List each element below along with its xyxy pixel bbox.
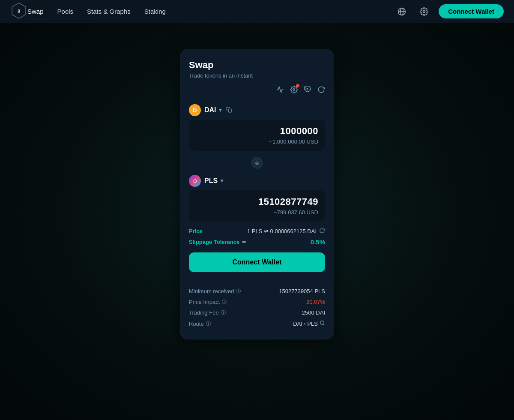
minimum-received-label: Minimum received ⓘ: [189, 288, 241, 294]
trading-fee-row: Trading Fee ⓘ 2500 DAI: [189, 309, 325, 316]
swap-card: Swap Trade tokens in an instant: [180, 49, 334, 339]
settings-swap-icon[interactable]: [290, 86, 298, 96]
history-icon[interactable]: [304, 86, 311, 96]
minimum-received-value: 15027739054 PLS: [279, 288, 325, 294]
from-amount-usd: ~1.000.000,00 USD: [196, 138, 318, 145]
price-row: Price 1 PLS ⇌ 0.0000662125 DAI: [189, 228, 325, 235]
nav-swap[interactable]: Swap: [27, 8, 44, 15]
trading-fee-value: 2500 DAI: [302, 309, 325, 316]
settings-icon-button[interactable]: [416, 4, 432, 19]
price-label: Price: [189, 228, 203, 234]
price-text: 1 PLS ⇌ 0.0000662125 DAI: [247, 228, 317, 234]
route-path-text: DAI › PLS: [293, 321, 318, 327]
from-token-row: D DAI ▼: [189, 104, 325, 116]
slippage-edit-icon[interactable]: ✏: [242, 239, 246, 245]
price-impact-info-icon[interactable]: ⓘ: [222, 299, 227, 305]
swap-details: Minimum received ⓘ 15027739054 PLS Price…: [189, 281, 325, 327]
slippage-label: Slippage Tolerance ✏: [189, 239, 246, 245]
trading-fee-info-icon[interactable]: ⓘ: [221, 309, 226, 316]
gear-icon: [420, 7, 428, 16]
route-info-icon[interactable]: ⓘ: [206, 321, 211, 327]
svg-point-9: [320, 321, 324, 325]
svg-text:9: 9: [18, 9, 20, 14]
swap-direction-button[interactable]: [250, 156, 264, 170]
dai-token-icon: D: [189, 104, 201, 116]
trading-fee-label: Trading Fee ⓘ: [189, 309, 226, 316]
route-search-icon[interactable]: [320, 320, 325, 327]
chart-icon[interactable]: [276, 86, 284, 96]
trading-fee-label-text: Trading Fee: [189, 309, 219, 316]
price-impact-row: Price Impact ⓘ 20.07%: [189, 299, 325, 305]
to-token-chevron: ▼: [219, 178, 224, 184]
from-amount-value: 1000000: [196, 126, 318, 137]
svg-rect-7: [229, 109, 232, 112]
route-label: Route ⓘ: [189, 321, 211, 327]
from-amount-box[interactable]: 1000000 ~1.000.000,00 USD: [189, 120, 325, 151]
slippage-row: Slippage Tolerance ✏ 0.5%: [189, 238, 325, 246]
copy-address-icon[interactable]: [226, 107, 232, 114]
connect-wallet-main-button[interactable]: Connect Wallet: [189, 252, 325, 272]
refresh-icon[interactable]: [317, 86, 325, 96]
to-token-symbol: PLS: [204, 177, 218, 185]
route-row: Route ⓘ DAI › PLS: [189, 320, 325, 327]
logo[interactable]: 9: [10, 2, 27, 21]
from-token-selector[interactable]: DAI ▼: [204, 106, 223, 114]
swap-direction-container: [189, 156, 325, 170]
slippage-label-text: Slippage Tolerance: [189, 239, 239, 245]
price-refresh-icon[interactable]: [319, 228, 325, 235]
pls-token-icon: ⬡: [189, 175, 201, 187]
route-value: DAI › PLS: [293, 320, 325, 327]
to-amount-usd: ~799.037,60 USD: [196, 209, 318, 216]
price-impact-value: 20.07%: [306, 299, 325, 305]
minimum-received-label-text: Minimum received: [189, 288, 234, 294]
from-token-symbol: DAI: [204, 106, 216, 114]
to-token-selector[interactable]: PLS ▼: [204, 177, 224, 185]
slippage-value: 0.5%: [311, 238, 325, 246]
swap-title: Swap: [189, 60, 325, 71]
nav-staking[interactable]: Staking: [144, 8, 166, 15]
globe-icon: [397, 7, 406, 16]
to-amount-box[interactable]: 15102877749 ~799.037,60 USD: [189, 190, 325, 222]
to-amount-value: 15102877749: [196, 196, 318, 207]
navbar: 9 Swap Pools Stats & Graphs Staking Conn…: [0, 0, 514, 23]
settings-notification-badge: [296, 84, 299, 87]
to-token-row: ⬡ PLS ▼: [189, 175, 325, 187]
from-token-chevron: ▼: [218, 107, 223, 113]
minimum-received-row: Minimum received ⓘ 15027739054 PLS: [189, 288, 325, 294]
nav-stats-graphs[interactable]: Stats & Graphs: [87, 8, 131, 15]
swap-toolbar: [189, 86, 325, 96]
price-impact-label: Price Impact ⓘ: [189, 299, 227, 305]
svg-line-10: [323, 324, 324, 325]
nav-links: Swap Pools Stats & Graphs Staking: [27, 8, 394, 15]
minimum-received-info-icon[interactable]: ⓘ: [236, 288, 241, 294]
main-content: Swap Trade tokens in an instant: [0, 23, 514, 339]
price-value: 1 PLS ⇌ 0.0000662125 DAI: [247, 228, 325, 235]
svg-point-6: [293, 89, 295, 91]
nav-right: Connect Wallet: [394, 4, 504, 19]
route-label-text: Route: [189, 321, 204, 327]
swap-subtitle: Trade tokens in an instant: [189, 72, 325, 79]
svg-point-5: [423, 10, 425, 12]
connect-wallet-nav-button[interactable]: Connect Wallet: [439, 4, 504, 18]
globe-icon-button[interactable]: [394, 4, 409, 19]
nav-pools[interactable]: Pools: [57, 8, 74, 15]
price-impact-label-text: Price Impact: [189, 299, 220, 305]
